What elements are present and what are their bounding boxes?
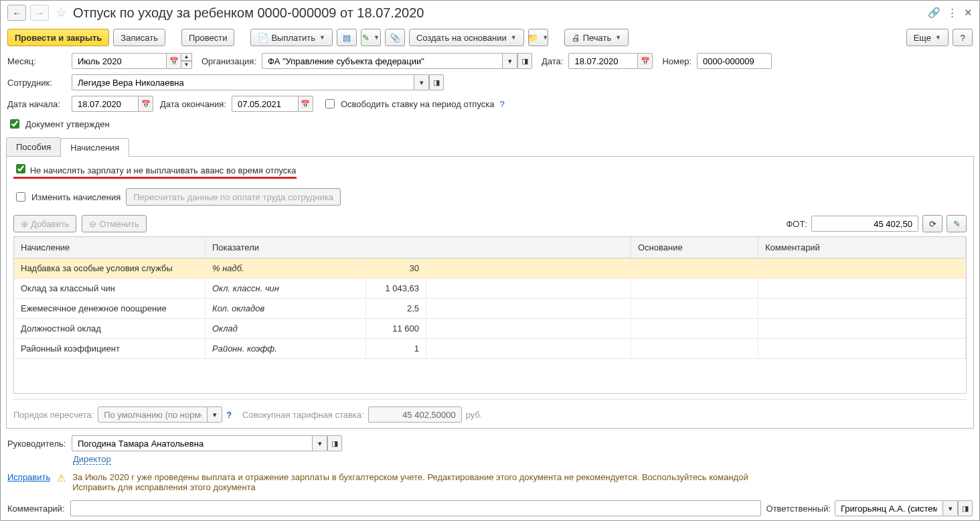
star-icon[interactable]: ☆ bbox=[56, 5, 66, 20]
back-button[interactable]: ← bbox=[7, 5, 26, 21]
calendar-icon[interactable]: 📅 bbox=[167, 53, 181, 69]
col-comment[interactable]: Комментарий bbox=[758, 237, 966, 258]
approved-checkbox[interactable] bbox=[10, 119, 19, 129]
tab-benefits[interactable]: Пособия bbox=[6, 137, 61, 156]
recalc-order-input[interactable] bbox=[98, 406, 208, 423]
org-dropdown[interactable]: ▾ bbox=[503, 53, 517, 69]
recalc-help-icon[interactable]: ? bbox=[226, 410, 232, 420]
responsible-open[interactable]: ◨ bbox=[958, 500, 973, 516]
responsible-label: Ответственный: bbox=[766, 504, 831, 514]
cell-basis bbox=[631, 319, 758, 338]
responsible-dropdown[interactable]: ▾ bbox=[943, 500, 958, 516]
change-accruals-checkbox[interactable] bbox=[16, 192, 25, 202]
table-row[interactable]: Должностной окладОклад11 600 bbox=[14, 319, 966, 339]
manager-open[interactable]: ◨ bbox=[327, 435, 342, 451]
document-icon-button[interactable]: ▤ bbox=[337, 29, 357, 46]
org-input[interactable] bbox=[262, 53, 503, 69]
tariff-label: Совокупная тарифная ставка: bbox=[242, 410, 364, 420]
edit-fot-button[interactable]: ✎ bbox=[947, 215, 967, 232]
refresh-fot-button[interactable]: ⟳ bbox=[922, 215, 943, 232]
post-and-close-button[interactable]: Провести и закрыть bbox=[7, 29, 109, 46]
responsible-input[interactable] bbox=[835, 500, 943, 516]
save-button[interactable]: Записать bbox=[113, 29, 165, 46]
recalc-order-dropdown[interactable]: ▾ bbox=[208, 406, 222, 423]
folder-button[interactable]: 📁▼ bbox=[528, 29, 548, 46]
cell-accrual: Ежемесячное денежное поощрение bbox=[14, 299, 206, 318]
manager-input[interactable] bbox=[72, 435, 313, 451]
start-date-label: Дата начала: bbox=[7, 99, 66, 109]
table-row[interactable]: Оклад за классный чинОкл. классн. чин1 0… bbox=[14, 279, 966, 299]
cell-basis bbox=[631, 339, 758, 358]
cell-accrual: Оклад за классный чин bbox=[14, 279, 206, 298]
employee-dropdown[interactable]: ▾ bbox=[414, 74, 429, 90]
create-based-on-button[interactable]: Создать на основании ▼ bbox=[409, 29, 524, 46]
col-indicators[interactable]: Показатели bbox=[206, 237, 631, 258]
minus-icon: ⊖ bbox=[89, 219, 96, 229]
cell-indicator: Оклад bbox=[206, 319, 366, 338]
warning-icon: ⚠ bbox=[57, 472, 66, 484]
help-button[interactable]: ? bbox=[953, 29, 973, 46]
fot-input[interactable] bbox=[811, 216, 918, 232]
print-button[interactable]: 🖨 Печать ▼ bbox=[564, 29, 629, 46]
manager-position-link[interactable]: Директор bbox=[73, 454, 111, 465]
calendar-icon[interactable]: 📅 bbox=[299, 96, 313, 112]
cell-indicator: Кол. окладов bbox=[206, 299, 366, 318]
fix-link[interactable]: Исправить bbox=[7, 472, 50, 482]
month-spin-down[interactable]: ▼ bbox=[181, 61, 192, 69]
cell-accrual: Районный коэффициент bbox=[14, 339, 206, 358]
cell-comment bbox=[758, 258, 966, 278]
cell-basis bbox=[631, 279, 758, 298]
cell-indicator: % надб. bbox=[206, 258, 366, 278]
add-row-button: ⊕ Добавить bbox=[13, 215, 76, 232]
number-input[interactable] bbox=[697, 53, 772, 69]
tariff-unit: руб. bbox=[466, 410, 483, 420]
release-rate-checkbox[interactable] bbox=[325, 99, 335, 108]
table-row[interactable]: Районный коэффициентРайонн. коэфф.1 bbox=[14, 339, 966, 359]
manager-dropdown[interactable]: ▾ bbox=[313, 435, 327, 451]
month-spin-up[interactable]: ▲ bbox=[181, 53, 192, 61]
attach-button[interactable]: 📎 bbox=[385, 29, 405, 46]
release-rate-help-icon[interactable]: ? bbox=[499, 99, 504, 109]
date-input[interactable] bbox=[568, 53, 638, 69]
comment-input[interactable] bbox=[70, 500, 761, 516]
more-menu-icon[interactable]: ⋮ bbox=[947, 7, 957, 19]
approved-label: Документ утвержден bbox=[25, 119, 110, 129]
tab-accruals[interactable]: Начисления bbox=[60, 138, 129, 157]
table-row[interactable]: Надбавка за особые условия службы% надб.… bbox=[14, 258, 966, 279]
edit-pencil-button[interactable]: ✎▼ bbox=[361, 29, 381, 46]
cell-value: 30 bbox=[366, 258, 426, 278]
plus-icon: ⊕ bbox=[21, 219, 28, 229]
cell-comment bbox=[758, 319, 966, 338]
calendar-icon[interactable]: 📅 bbox=[139, 96, 153, 112]
warning-text: За Июль 2020 г уже проведены выплата и о… bbox=[72, 472, 755, 492]
post-button[interactable]: Провести bbox=[181, 29, 235, 46]
pay-button[interactable]: 📄 Выплатить ▼ bbox=[250, 29, 332, 46]
table-row[interactable]: Ежемесячное денежное поощрениеКол. оклад… bbox=[14, 299, 966, 319]
chevron-down-icon: ▼ bbox=[935, 34, 941, 41]
col-basis[interactable]: Основание bbox=[631, 237, 758, 258]
recalc-order-label: Порядок пересчета: bbox=[13, 410, 94, 420]
employee-input[interactable] bbox=[72, 74, 414, 90]
pay-icon: 📄 bbox=[258, 33, 268, 43]
col-accrual[interactable]: Начисление bbox=[14, 237, 206, 258]
month-input[interactable] bbox=[72, 53, 167, 69]
cell-value: 11 600 bbox=[366, 319, 426, 338]
fot-label: ФОТ: bbox=[786, 219, 807, 229]
forward-button[interactable]: → bbox=[30, 5, 49, 21]
link-icon[interactable]: 🔗 bbox=[928, 7, 941, 19]
close-icon[interactable]: ✕ bbox=[964, 7, 973, 19]
start-date-input[interactable] bbox=[72, 96, 139, 112]
more-button[interactable]: Еще ▼ bbox=[906, 29, 949, 46]
employee-label: Сотрудник: bbox=[7, 78, 66, 88]
manager-label: Руководитель: bbox=[7, 439, 66, 449]
org-open[interactable]: ◨ bbox=[517, 53, 532, 69]
employee-open[interactable]: ◨ bbox=[429, 74, 444, 90]
calendar-icon[interactable]: 📅 bbox=[638, 53, 653, 69]
end-date-input[interactable] bbox=[232, 96, 299, 112]
cell-basis bbox=[631, 299, 758, 318]
org-label: Организация: bbox=[201, 56, 256, 66]
release-rate-label: Освободить ставку на период отпуска bbox=[341, 99, 495, 109]
chevron-down-icon: ▼ bbox=[319, 34, 325, 41]
month-label: Месяц: bbox=[7, 56, 66, 66]
no-salary-checkbox[interactable] bbox=[16, 164, 25, 173]
